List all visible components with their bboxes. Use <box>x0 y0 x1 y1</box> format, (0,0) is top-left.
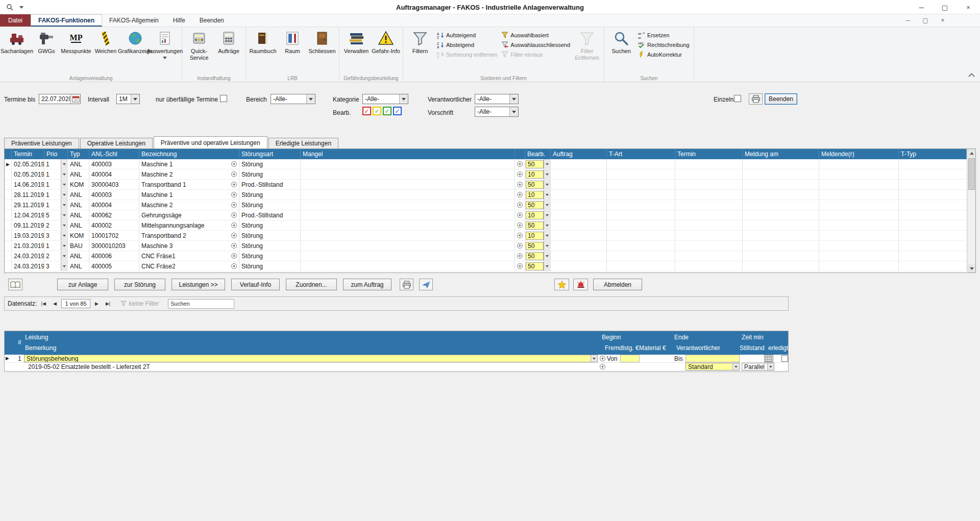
filter-status[interactable]: keine Filter <box>120 300 159 307</box>
cell-auftrag[interactable] <box>551 159 607 169</box>
cell-auftrag[interactable] <box>551 190 607 200</box>
table-row[interactable]: ▶ 02.05.2019 1 ANL 400003 Maschine 1 Stö… <box>5 159 967 169</box>
cell-t-art[interactable] <box>607 251 675 261</box>
tab-operative-leistungen[interactable]: Operative Leistungen <box>80 138 153 148</box>
col-prio[interactable]: Prio <box>44 149 68 159</box>
dropdown-arrow-icon[interactable] <box>61 231 67 240</box>
dropdown-arrow-icon[interactable] <box>544 220 550 230</box>
bearb-filter-green-checkbox[interactable] <box>383 107 391 115</box>
cell-t-typ[interactable] <box>899 261 967 271</box>
table-row[interactable]: 14.06.2019 1 KOM 30000403 Transportband … <box>5 180 967 190</box>
dropdown-arrow-icon[interactable] <box>544 251 550 261</box>
cell-termin[interactable]: 21.03.2019 <box>12 241 44 251</box>
cell-mangel[interactable] <box>301 190 515 200</box>
verlauf-info-button[interactable]: Verlauf-Info <box>231 279 280 290</box>
dropdown-arrow-icon[interactable] <box>732 363 739 370</box>
cell-meldende[interactable] <box>819 251 899 261</box>
cell-bezeichnung[interactable]: Maschine 2 <box>139 200 239 210</box>
dropdown-arrow-icon[interactable] <box>544 190 550 200</box>
dropdown-arrow-icon[interactable] <box>61 251 67 261</box>
row-selector[interactable] <box>5 251 12 261</box>
expand-plus-icon[interactable] <box>231 202 237 208</box>
verwalten-button[interactable]: Verwalten <box>341 28 371 55</box>
row-selector[interactable] <box>5 190 12 200</box>
gefahr-info-button[interactable]: Gefahr-Info <box>371 28 401 55</box>
expand-plus-icon[interactable] <box>517 222 523 228</box>
cell-bezeichnung[interactable]: Maschine 3 <box>139 241 239 251</box>
cell-termin2[interactable] <box>675 261 743 271</box>
rechtschreibung-button[interactable]: ABC Rechtschreibung <box>638 41 690 48</box>
messpunkte-button[interactable]: MP Messpunkte <box>61 28 91 55</box>
zeit-grid-button[interactable] <box>764 355 773 362</box>
cell-termin[interactable]: 19.03.2019 <box>12 231 44 240</box>
leistungen-button[interactable]: Leistungen >> <box>172 279 225 290</box>
cell-meldende[interactable] <box>819 220 899 230</box>
cell-bezeichnung[interactable]: Gehrungssäge <box>139 210 239 220</box>
expand-plus-icon[interactable] <box>517 161 523 167</box>
mdi-minimize-button[interactable]: ─ <box>899 14 917 27</box>
tab-praeventive-und-operative-leistungen[interactable]: Präventive und operative Leistungen <box>154 136 267 148</box>
cell-meldung-am[interactable] <box>743 159 819 169</box>
cell-stoerungsart[interactable]: Prod.-Stillstand <box>239 180 301 189</box>
cell-termin2[interactable] <box>675 190 743 200</box>
ende-input[interactable] <box>685 355 740 362</box>
cell-anl-schl[interactable]: 3000010203 <box>89 241 139 251</box>
cell-typ[interactable]: ANL <box>68 210 89 220</box>
cell-auftrag[interactable] <box>551 251 607 261</box>
bearb-filter-blue-checkbox[interactable] <box>393 107 402 115</box>
weichen-button[interactable]: Weichen <box>91 28 120 55</box>
cell-termin2[interactable] <box>675 220 743 230</box>
auswertungen-button[interactable]: Auswertungen <box>150 28 180 61</box>
cell-meldende[interactable] <box>819 261 899 271</box>
detail-row-leistung[interactable]: ▶ 1 Störungsbehebung Von Bis <box>5 355 788 363</box>
minimize-button[interactable]: ─ <box>910 0 933 14</box>
schliessen-button[interactable]: Schliessen <box>307 28 337 55</box>
next-record-icon[interactable] <box>92 299 102 308</box>
cell-mangel-expand[interactable] <box>515 159 525 169</box>
cell-mangel[interactable] <box>301 251 515 261</box>
cell-anl-schl[interactable]: 10001702 <box>89 231 139 240</box>
cell-typ[interactable]: ANL <box>68 200 89 210</box>
col-meldung-am[interactable]: Meldung am <box>743 149 819 159</box>
cell-prio[interactable]: 1 <box>44 169 68 179</box>
cell-typ[interactable]: ANL <box>68 169 89 179</box>
beenden-button[interactable]: Beenden <box>765 93 797 105</box>
cell-auftrag[interactable] <box>551 210 607 220</box>
cell-anl-schl[interactable]: 400003 <box>89 159 139 169</box>
expand-plus-icon[interactable] <box>600 356 605 361</box>
favorite-button[interactable] <box>554 279 569 290</box>
auswahlbasiert-button[interactable]: Auswahlbasiert <box>501 31 570 39</box>
col-t-typ[interactable]: T-Typ <box>899 149 967 159</box>
dropdown-arrow-icon[interactable] <box>544 169 550 179</box>
cell-prio[interactable]: 2 <box>44 251 68 261</box>
cell-prio[interactable]: 3 <box>44 261 68 271</box>
dropdown-arrow-icon[interactable] <box>544 200 550 210</box>
table-row[interactable]: 28.11.2019 1 ANL 400003 Maschine 1 Störu… <box>5 190 967 200</box>
cell-mangel-expand[interactable] <box>515 231 525 240</box>
cell-termin[interactable]: 24.03.2019 <box>12 261 44 271</box>
cell-t-typ[interactable] <box>899 190 967 200</box>
cell-meldende[interactable] <box>819 200 899 210</box>
cell-termin[interactable]: 14.06.2019 <box>12 180 44 189</box>
cell-bezeichnung[interactable]: Transportband 1 <box>139 180 239 189</box>
cell-bearb[interactable]: 10 <box>525 231 551 240</box>
autokorrektur-button[interactable]: AutoKorrektur <box>638 51 690 58</box>
dropdown-arrow-icon[interactable] <box>61 210 67 220</box>
col-typ[interactable]: Typ <box>68 149 89 159</box>
cell-t-typ[interactable] <box>899 159 967 169</box>
dropdown-arrow-icon[interactable] <box>61 261 67 271</box>
col-bezeichnung[interactable]: Bezeichnung <box>139 149 239 159</box>
cell-anl-schl[interactable]: 400002 <box>89 220 139 230</box>
cell-stoerungsart[interactable]: Störung <box>239 159 301 169</box>
alarm-button[interactable] <box>573 279 588 290</box>
erledigt-checkbox[interactable] <box>781 355 788 362</box>
cell-meldende[interactable] <box>819 159 899 169</box>
cell-auftrag[interactable] <box>551 200 607 210</box>
maximize-button[interactable]: ▢ <box>933 0 957 14</box>
cell-t-typ[interactable] <box>899 220 967 230</box>
cell-bezeichnung[interactable]: Transportband 2 <box>139 231 239 240</box>
cell-termin2[interactable] <box>675 241 743 251</box>
cell-mangel[interactable] <box>301 169 515 179</box>
expand-plus-icon[interactable] <box>231 233 237 238</box>
row-selector[interactable] <box>5 180 12 189</box>
